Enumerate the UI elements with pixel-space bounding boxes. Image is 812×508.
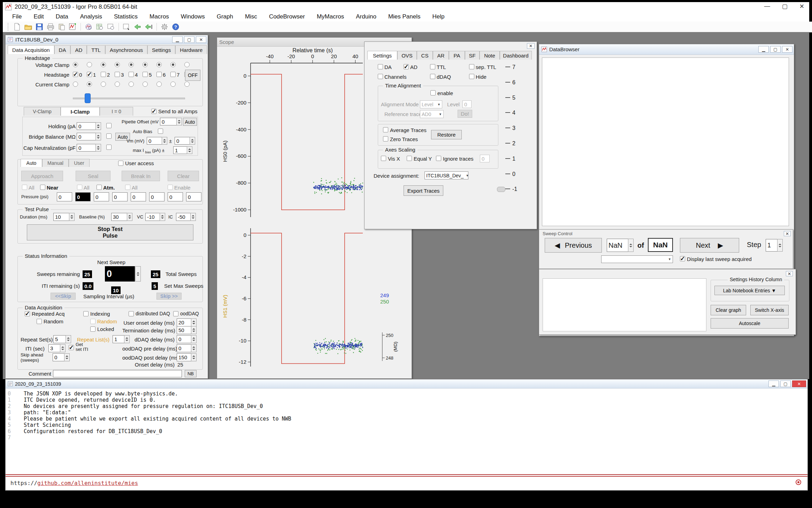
indexing-locked[interactable]: Locked bbox=[90, 326, 114, 332]
sweep-select[interactable]: ▼ bbox=[601, 255, 673, 263]
new-graph-icon[interactable] bbox=[68, 23, 77, 31]
current-clamp-radio-7[interactable] bbox=[170, 82, 176, 87]
panel-close-icon[interactable]: ✕ bbox=[196, 36, 206, 43]
headstage-checkbox-5[interactable] bbox=[143, 72, 148, 77]
slider-thumb[interactable] bbox=[85, 93, 91, 103]
settings-checkbox-hide[interactable] bbox=[469, 74, 474, 79]
send-all-amps[interactable]: ✓ Send to all Amps bbox=[151, 108, 198, 114]
pressure-psi-field-4[interactable]: 0 bbox=[131, 192, 146, 201]
display-last-sweep-checkbox[interactable]: ✓ bbox=[680, 256, 685, 261]
delay-stepper[interactable] bbox=[191, 335, 197, 343]
settings-checkbox-septtl[interactable] bbox=[469, 64, 474, 69]
tab-pa[interactable]: PA bbox=[449, 51, 465, 60]
pressure-checkbox-all[interactable] bbox=[77, 185, 82, 190]
current-sweep-stepper[interactable] bbox=[628, 239, 634, 252]
reference-trace-select[interactable]: AD0▼ bbox=[420, 110, 444, 118]
export-traces-button[interactable]: Export Traces bbox=[404, 185, 443, 196]
record-indicator-icon[interactable] bbox=[796, 479, 801, 485]
ooddaq-pre-delay-ms--field[interactable]: 0 bbox=[177, 344, 191, 352]
voltage-clamp-radio-5[interactable] bbox=[143, 62, 148, 67]
bridge-balance-field[interactable]: 0 bbox=[77, 133, 96, 140]
random-acq[interactable]: Random bbox=[37, 318, 63, 324]
voltage-clamp-radio-1[interactable] bbox=[87, 62, 92, 67]
repeat-list-stepper[interactable] bbox=[124, 335, 130, 343]
tab-settings[interactable]: Settings bbox=[367, 51, 397, 60]
vm-range-field[interactable]: 0 bbox=[175, 137, 190, 145]
pipette-offset-stepper[interactable] bbox=[176, 118, 182, 125]
distributed-daq[interactable]: distributed DAQ bbox=[129, 311, 170, 316]
tab-i-zero[interactable]: I = 0 bbox=[100, 107, 133, 116]
step-stepper[interactable] bbox=[777, 239, 783, 252]
menu-windows[interactable]: Windows bbox=[175, 13, 211, 20]
tab-dashboard[interactable]: Dashboard bbox=[500, 51, 532, 60]
switch-x-axis-button[interactable]: Switch X-axis bbox=[750, 305, 789, 315]
tp-vc-stepper[interactable] bbox=[160, 213, 165, 221]
tab-pressure-manual[interactable]: Manual bbox=[42, 159, 69, 167]
cap-neutralization-stepper[interactable] bbox=[95, 144, 101, 152]
pressure-checkbox-near[interactable] bbox=[40, 185, 45, 190]
pressure-psi-field-6[interactable]: 0 bbox=[168, 192, 183, 201]
databrowser-titlebar[interactable]: DataBrowser ▁ ▢ ✕ bbox=[539, 44, 794, 55]
iti-stepper[interactable] bbox=[60, 344, 66, 352]
menu-statistics[interactable]: Statistics bbox=[108, 13, 144, 20]
indexing-random[interactable]: Random bbox=[90, 318, 117, 324]
pressure-psi-field-2[interactable]: 0 bbox=[94, 192, 109, 201]
ooddaq-checkbox[interactable] bbox=[173, 311, 178, 316]
pressure-psi-field-1[interactable]: 0 bbox=[75, 192, 91, 201]
menu-analysis[interactable]: Analysis bbox=[74, 13, 108, 20]
ignore-traces-checkbox[interactable] bbox=[436, 156, 441, 161]
pipette-auto-button[interactable]: Auto bbox=[183, 118, 197, 126]
get-set-iti-checkbox[interactable]: ✓ bbox=[69, 345, 74, 350]
menu-mymacros[interactable]: MyMacros bbox=[311, 13, 350, 20]
new-experiment-icon[interactable] bbox=[13, 23, 22, 31]
next-sweep-stepper[interactable] bbox=[135, 266, 141, 282]
menu-graph[interactable]: Graph bbox=[211, 13, 239, 20]
settings-checkbox-channels[interactable] bbox=[378, 74, 383, 79]
indexing[interactable]: Indexing bbox=[83, 311, 110, 317]
settings-checkbox-ddaq[interactable] bbox=[430, 74, 435, 79]
headstage-checkbox-1[interactable]: ✓ bbox=[87, 72, 92, 77]
comment-input[interactable] bbox=[53, 370, 182, 377]
tab-cs[interactable]: CS bbox=[417, 51, 433, 60]
bridge-balance-stepper[interactable] bbox=[95, 133, 101, 140]
tab-ovs[interactable]: OVS bbox=[397, 51, 417, 60]
command-close-icon[interactable]: ✕ bbox=[792, 380, 806, 387]
previous-sweep-button[interactable]: ◀ Previous bbox=[545, 238, 602, 253]
pressure-checkbox-all[interactable] bbox=[22, 185, 27, 190]
headstage-checkbox-6[interactable] bbox=[156, 72, 162, 77]
holding-field[interactable]: 0 bbox=[77, 122, 96, 130]
user-onset-delay-ms--field[interactable]: 20 bbox=[177, 318, 191, 326]
command-history[interactable]: 0The JSON XOP is developed by www.byte-p… bbox=[6, 388, 807, 476]
print-icon[interactable] bbox=[46, 23, 55, 31]
titlebar[interactable]: 2020_09_23_151039 - Igor Pro 8.05B01 64-… bbox=[3, 2, 809, 12]
current-clamp-radio-4[interactable] bbox=[129, 82, 134, 87]
holding-stepper[interactable] bbox=[95, 122, 101, 130]
back-icon[interactable] bbox=[133, 23, 142, 31]
headstage-checkbox-7[interactable] bbox=[170, 72, 176, 77]
pressure-psi-field-3[interactable]: 0 bbox=[112, 192, 128, 201]
tab-hardware[interactable]: Hardware bbox=[175, 45, 207, 54]
break-in-button[interactable]: Break In bbox=[122, 171, 160, 181]
databrowser-minimize-icon[interactable]: ▁ bbox=[758, 46, 769, 53]
repeat-set-field[interactable]: 5 bbox=[53, 335, 66, 343]
duration-stepper[interactable] bbox=[69, 213, 75, 221]
max-i-bias-stepper[interactable] bbox=[187, 146, 192, 154]
stop-test-pulse-button[interactable]: Stop TestPulse bbox=[27, 224, 193, 240]
device-panel-titlebar[interactable]: ITC18USB_Dev_0 ▁ ▢ ✕ bbox=[6, 35, 208, 44]
indexing-random-checkbox[interactable] bbox=[90, 319, 95, 324]
send-all-checkbox[interactable]: ✓ bbox=[151, 109, 156, 114]
iti-field[interactable]: 3 bbox=[48, 344, 60, 352]
device-assignment-select[interactable]: ITC18USB_Dev_▼ bbox=[424, 171, 468, 179]
restore-button[interactable]: Restore bbox=[431, 130, 462, 139]
menu-help[interactable]: Help bbox=[427, 13, 451, 20]
delay-stepper[interactable] bbox=[191, 318, 197, 326]
termination-delay-ms--field[interactable]: 50 bbox=[177, 326, 191, 334]
ooddaq-post-delay-ms--field[interactable]: 150 bbox=[177, 353, 191, 361]
new-layout-icon[interactable] bbox=[122, 23, 131, 31]
max-i-bias-field[interactable]: 1 bbox=[173, 146, 187, 154]
pressure-psi-field-0[interactable]: 0 bbox=[57, 192, 72, 201]
locked-checkbox[interactable] bbox=[90, 326, 95, 332]
tab-data-acquisition[interactable]: Data Acquisition bbox=[8, 45, 54, 54]
cap-neutralization-field[interactable]: 0 bbox=[77, 144, 96, 152]
lab-notebook-entries-button[interactable]: Lab Notebook Entries ▼ bbox=[714, 286, 785, 295]
